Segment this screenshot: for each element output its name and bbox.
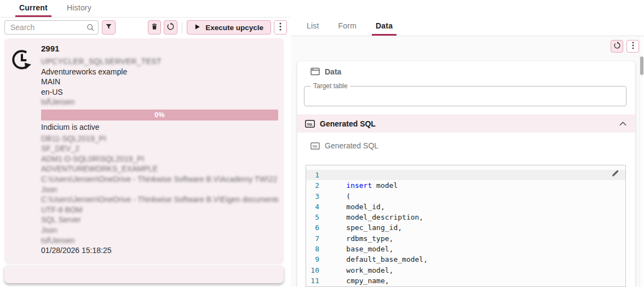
generated-sql-label-text: Generated SQL [325,141,378,150]
redacted-detail-line: C:\Users\Jeroen\OneDrive - Thinkwise Sof… [41,174,278,185]
toolbar-divider [182,22,182,33]
chevron-up-icon [619,122,626,126]
code-line: 8 base_model, [306,244,625,254]
code-line: 6 spec_lang_id, [306,222,625,233]
sql-icon: SQL [305,120,315,128]
data-group-title: Data [325,67,341,76]
left-toolbar: Execute upcycle [0,18,291,37]
kebab-icon [632,42,634,51]
redacted-detail-line: SQL Server [41,215,278,225]
job-details: DB11-SQL2019_PI SF_DEV_2 ADM1-D-SQL0R\SQ… [41,134,278,246]
target-table-field: Target table [304,86,626,106]
right-tab[interactable]: List [303,18,323,36]
more-options-button[interactable] [274,20,287,35]
code-line: 1 [306,170,625,180]
right-toolbar [611,40,639,53]
data-group-header: Data [311,66,635,77]
code-line: 11 cmpy_name, [306,275,625,286]
left-toolbar-actions: Execute upcycle [148,20,287,35]
redacted-detail-line: DB11-SQL2019_PI [41,134,278,144]
panel-refresh-button[interactable] [611,40,623,53]
search-box [4,20,99,35]
right-tab-bar: List Form Data [291,0,644,36]
trash-icon [151,22,158,33]
redacted-detail-line: Json [41,225,278,236]
redacted-detail-line: ADM1-D-SQL0R\SQL2019_PI [41,154,278,164]
execute-upcycle-label: Execute upcycle [205,24,263,32]
target-table-input[interactable] [304,87,626,106]
progress-bar: 0% [41,110,278,120]
tab-label: History [67,3,91,12]
tab-label: List [307,21,319,30]
execute-upcycle-button[interactable]: Execute upcycle [187,20,271,35]
search-input[interactable] [4,20,99,35]
app-root: Current History [0,0,644,287]
job-model: MAIN [41,77,278,87]
job-redacted-title: UPCYCLER_SQLSERVER_TEST [41,56,278,67]
right-panel: List Form Data [291,0,644,287]
code-line: 7 rdbms_type, [306,233,625,244]
job-redacted-user: tsf\Jeroen [41,97,278,107]
code-line: 9 default_base_model, [306,254,625,265]
svg-text:SQL: SQL [307,122,313,125]
redacted-detail-line: UTF-8 BOM [41,205,278,215]
scrollbar-thumb[interactable] [640,56,643,75]
left-tab[interactable]: Current [15,0,51,17]
code-line: 4 model_id, [306,202,625,212]
left-tab-bar: Current History [0,0,291,18]
redacted-detail-line: C:\Users\Jeroen\OneDrive - Thinkwise Sof… [41,194,278,205]
code-line: 10 work_model, [306,265,625,275]
scrollbar-track [640,36,644,287]
code-line: 3 ( [306,191,625,202]
job-description: Adventureworks example [41,67,278,77]
refresh-icon [613,42,621,51]
generated-sql-accordion-header[interactable]: SQL Generated SQL [297,114,635,133]
tab-label: Current [19,3,48,12]
tab-label: Form [338,21,357,30]
sql-code-editor[interactable]: 12 insert model3 (4 model_id,5 model_des… [306,165,626,287]
next-job-card[interactable] [4,265,284,283]
play-icon [194,24,200,32]
accordion-title: Generated SQL [320,119,376,128]
filter-icon [105,22,113,33]
job-list: 2991 UPCYCLER_SQLSERVER_TEST Adventurewo… [0,37,291,287]
refresh-button[interactable] [164,20,177,35]
tab-label: Data [376,21,393,30]
code-editor-lines: 12 insert model3 (4 model_id,5 model_des… [306,170,625,286]
svg-text:SQL: SQL [313,145,318,148]
refresh-icon [166,22,175,33]
redacted-detail-line: ADVENTUREWORKS_EXAMPLE [41,164,278,174]
left-tab[interactable]: History [63,0,95,17]
redacted-detail-line: Json [41,185,278,195]
kebab-icon [279,22,281,33]
job-status: Indicium is active [41,122,278,133]
panel-more-button[interactable] [626,40,639,53]
right-tab[interactable]: Form [335,18,360,36]
generated-sql-label: SQL Generated SQL [311,141,635,151]
filter-button[interactable] [102,20,116,35]
redacted-detail-line: SF_DEV_2 [41,144,278,154]
progress-label: 0% [154,111,165,119]
code-line: 5 model_description, [306,212,625,222]
delete-button[interactable] [148,20,161,35]
code-line: 2 insert model [306,180,625,191]
sql-icon: SQL [311,142,320,150]
job-locale: en-US [41,87,278,97]
search-icon [86,23,95,34]
edit-pencil-icon[interactable] [611,169,619,179]
data-panel-card: Data Target table SQL Generated SQL SQL [297,61,635,287]
left-panel: Current History [0,0,291,287]
job-id: 2991 [41,44,278,53]
history-icon [10,48,34,73]
job-timestamp: 01/28/2026 15:18:25 [41,245,278,256]
card-window-icon [311,67,320,76]
job-card[interactable]: 2991 UPCYCLER_SQLSERVER_TEST Adventurewo… [4,38,284,263]
redacted-detail-line: tsf\Jeroen [41,236,278,246]
right-tab[interactable]: Data [372,18,396,36]
job-card-lines: UPCYCLER_SQLSERVER_TEST Adventureworks e… [41,56,278,107]
